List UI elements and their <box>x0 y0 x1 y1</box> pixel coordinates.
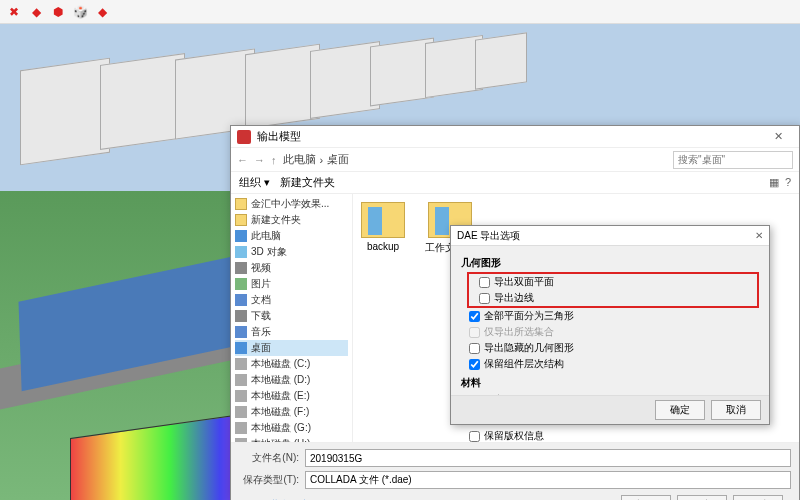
preserve-cred-checkbox[interactable] <box>469 431 480 442</box>
highlighted-options: 导出双面平面 导出边线 <box>467 272 759 308</box>
tree-item[interactable]: 本地磁盘 (D:) <box>235 372 348 388</box>
sketchup-icon <box>237 130 251 144</box>
preserve-comp-checkbox[interactable] <box>469 359 480 370</box>
tree-item[interactable]: 3D 对象 <box>235 244 348 260</box>
tree-item[interactable]: 此电脑 <box>235 228 348 244</box>
hide-folders-link[interactable]: ▲ 隐藏文件夹 <box>239 496 318 500</box>
section-materials: 材料 <box>461 376 759 390</box>
filename-input[interactable]: 20190315G <box>305 449 791 467</box>
tree-label: 金汇中小学效果... <box>251 197 329 211</box>
options-buttons: 确定 取消 <box>451 395 769 424</box>
building <box>475 32 527 89</box>
dialog-bottom: 文件名(N): 20190315G 保存类型(T): COLLADA 文件 (*… <box>231 442 799 500</box>
folder-icon <box>235 278 247 290</box>
file-item[interactable]: backup <box>361 202 405 252</box>
triangulate-label: 全部平面分为三角形 <box>484 309 574 323</box>
tree-item[interactable]: 本地磁盘 (H:) <box>235 436 348 442</box>
folder-icon <box>235 422 247 434</box>
tree-item[interactable]: 桌面 <box>235 340 348 356</box>
export-hidden-checkbox <box>469 327 480 338</box>
tree-item[interactable]: 新建文件夹 <box>235 212 348 228</box>
tree-item[interactable]: 下载 <box>235 308 348 324</box>
tree-item[interactable]: 本地磁盘 (G:) <box>235 420 348 436</box>
tree-label: 本地磁盘 (D:) <box>251 373 310 387</box>
folder-icon <box>235 326 247 338</box>
tree-item[interactable]: 金汇中小学效果... <box>235 196 348 212</box>
forward-icon[interactable]: → <box>254 154 265 166</box>
tree-label: 本地磁盘 (E:) <box>251 389 310 403</box>
close-icon[interactable]: ✕ <box>763 130 793 143</box>
dialog-title: 输出模型 <box>257 129 301 144</box>
tree-label: 此电脑 <box>251 229 281 243</box>
folder-icon <box>235 406 247 418</box>
export-faces-label: 导出双面平面 <box>494 275 554 289</box>
ok-button[interactable]: 确定 <box>655 400 705 420</box>
building <box>20 58 110 166</box>
tool-icon-2[interactable]: ◆ <box>28 4 44 20</box>
dialog-titlebar[interactable]: 输出模型 ✕ <box>231 126 799 148</box>
folder-icon <box>235 358 247 370</box>
tool-icon-5[interactable]: ◆ <box>94 4 110 20</box>
tree-label: 桌面 <box>251 341 271 355</box>
options-button[interactable]: 选项... <box>621 495 671 500</box>
search-input[interactable] <box>673 151 793 169</box>
tree-label: 新建文件夹 <box>251 213 301 227</box>
main-toolbar: ✖ ◆ ⬢ 🎲 ◆ <box>0 0 800 24</box>
filename-label: 文件名(N): <box>239 451 299 465</box>
cancel-button[interactable]: 取消 <box>711 400 761 420</box>
crumb-pc[interactable]: 此电脑 <box>283 152 316 167</box>
organize-menu[interactable]: 组织 ▾ <box>239 175 270 190</box>
building <box>245 44 320 130</box>
building <box>100 53 185 150</box>
tree-item[interactable]: 音乐 <box>235 324 348 340</box>
tool-icon-1[interactable]: ✖ <box>6 4 22 20</box>
cancel-button[interactable]: 取消 <box>733 495 783 500</box>
tree-item[interactable]: 图片 <box>235 276 348 292</box>
folder-icon <box>235 230 247 242</box>
folder-tree[interactable]: 金汇中小学效果...新建文件夹此电脑3D 对象视频图片文档下载音乐桌面本地磁盘 … <box>231 194 353 442</box>
back-icon[interactable]: ← <box>237 154 248 166</box>
breadcrumb[interactable]: 此电脑 › 桌面 <box>283 152 668 167</box>
options-title: DAE 导出选项 <box>457 229 520 243</box>
folder-icon <box>235 374 247 386</box>
tree-label: 文档 <box>251 293 271 307</box>
folder-icon <box>235 342 247 354</box>
tree-label: 视频 <box>251 261 271 275</box>
tree-label: 本地磁盘 (G:) <box>251 421 311 435</box>
tool-icon-3[interactable]: ⬢ <box>50 4 66 20</box>
tree-item[interactable]: 视频 <box>235 260 348 276</box>
export-faces-checkbox[interactable] <box>479 277 490 288</box>
folder-icon <box>235 310 247 322</box>
new-folder-button[interactable]: 新建文件夹 <box>280 175 335 190</box>
folder-icon <box>235 294 247 306</box>
export-edges-checkbox[interactable] <box>479 293 490 304</box>
tree-item[interactable]: 本地磁盘 (E:) <box>235 388 348 404</box>
preserve-cred-label: 保留版权信息 <box>484 429 544 443</box>
preserve-comp-label: 保留组件层次结构 <box>484 357 564 371</box>
tree-item[interactable]: 文档 <box>235 292 348 308</box>
filetype-select[interactable]: COLLADA 文件 (*.dae) <box>305 471 791 489</box>
options-titlebar[interactable]: DAE 导出选项 ✕ <box>451 226 769 246</box>
crumb-location[interactable]: 桌面 <box>327 152 349 167</box>
close-icon[interactable]: ✕ <box>755 230 763 241</box>
tool-icon-4[interactable]: 🎲 <box>72 4 88 20</box>
tree-item[interactable]: 本地磁盘 (F:) <box>235 404 348 420</box>
tree-label: 下载 <box>251 309 271 323</box>
up-icon[interactable]: ↑ <box>271 154 277 166</box>
export-button[interactable]: 导出 <box>677 495 727 500</box>
tree-label: 本地磁盘 (C:) <box>251 357 310 371</box>
section-geometry: 几何图形 <box>461 256 759 270</box>
view-icon[interactable]: ▦ <box>769 176 779 189</box>
folder-icon <box>235 246 247 258</box>
folder-icon <box>235 214 247 226</box>
export-hierarchy-checkbox[interactable] <box>469 343 480 354</box>
tree-item[interactable]: 本地磁盘 (C:) <box>235 356 348 372</box>
triangulate-checkbox[interactable] <box>469 311 480 322</box>
nav-bar: ← → ↑ 此电脑 › 桌面 <box>231 148 799 172</box>
folder-icon <box>235 438 247 442</box>
filetype-label: 保存类型(T): <box>239 473 299 487</box>
export-hierarchy-label: 导出隐藏的几何图形 <box>484 341 574 355</box>
help-icon[interactable]: ? <box>785 176 791 189</box>
folder-icon <box>235 198 247 210</box>
tree-label: 音乐 <box>251 325 271 339</box>
